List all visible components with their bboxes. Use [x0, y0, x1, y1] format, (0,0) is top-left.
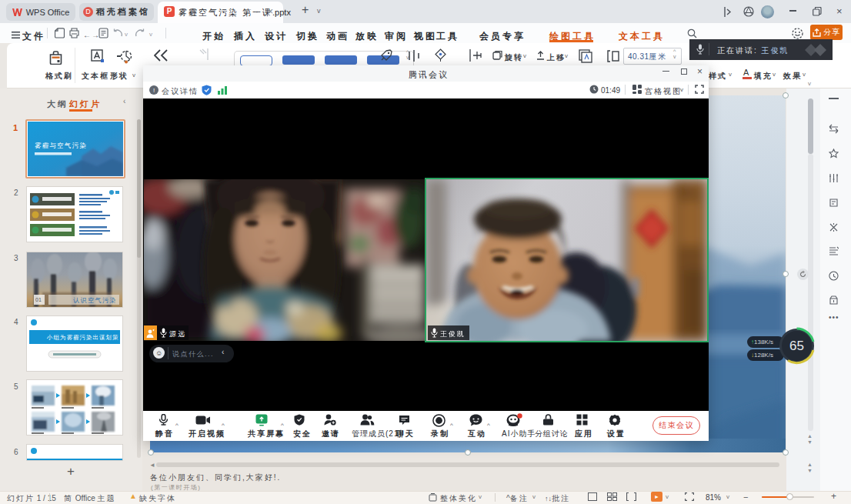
- svg-text:认识空气污染: 认识空气污染: [73, 297, 117, 304]
- svg-text:雾霾与空气污染: 雾霾与空气污染: [35, 142, 87, 149]
- svg-text:小组为雾霾污染出谋划策: 小组为雾霾污染出谋划策: [46, 334, 119, 341]
- svg-text:01: 01: [35, 297, 42, 302]
